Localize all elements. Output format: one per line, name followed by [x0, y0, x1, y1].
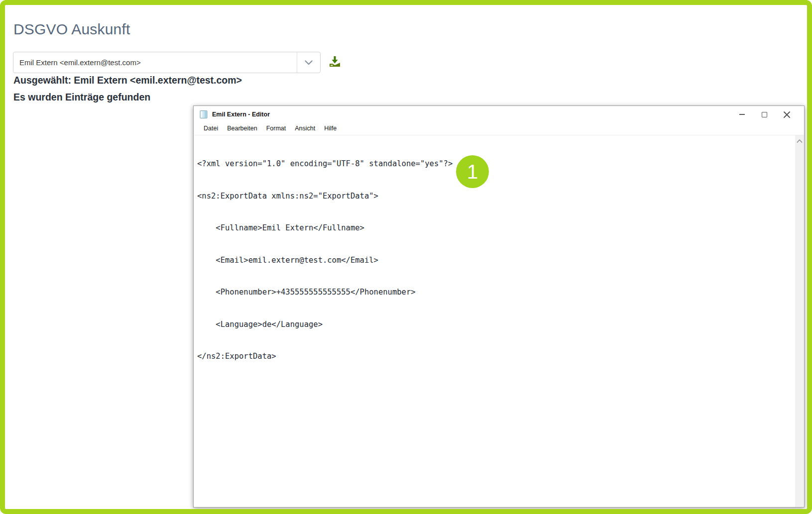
- menu-hilfe[interactable]: Hilfe: [320, 123, 341, 134]
- close-button[interactable]: [776, 107, 798, 122]
- dsgvo-auskunft-page: DSGVO Auskunft Emil Extern <emil.extern@…: [0, 0, 812, 514]
- chevron-up-icon: [797, 139, 803, 143]
- xml-line: <Phonenumber>+435555555555555</Phonenumb…: [197, 287, 795, 298]
- xml-line: <Fullname>Emil Extern</Fullname>: [197, 223, 795, 234]
- download-icon: [328, 55, 342, 68]
- xml-line: <Language>de</Language>: [197, 319, 795, 330]
- annotation-badge-1: 1: [456, 155, 489, 188]
- editor-menubar: Datei Bearbeiten Format Ansicht Hilfe: [194, 123, 804, 135]
- menu-format[interactable]: Format: [262, 123, 291, 134]
- page-title: DSGVO Auskunft: [13, 21, 130, 38]
- person-select-value: Emil Extern <emil.extern@test.com>: [13, 58, 297, 67]
- window-controls: [731, 107, 798, 122]
- chevron-down-icon[interactable]: [297, 52, 320, 73]
- editor-window-title: Emil Extern - Editor: [212, 111, 731, 118]
- person-select[interactable]: Emil Extern <emil.extern@test.com>: [13, 52, 321, 73]
- xml-text-area[interactable]: <?xml version="1.0" encoding="UTF-8" sta…: [194, 135, 795, 507]
- editor-titlebar[interactable]: Emil Extern - Editor: [194, 106, 804, 123]
- minimize-button[interactable]: [731, 107, 753, 122]
- scroll-up-button[interactable]: [795, 139, 804, 146]
- maximize-icon: [762, 112, 767, 117]
- maximize-button[interactable]: [753, 107, 776, 122]
- entries-found-text: Es wurden Einträge gefunden: [13, 92, 150, 103]
- vertical-scrollbar[interactable]: [795, 135, 804, 507]
- annotation-badge-label: 1: [467, 161, 478, 183]
- notepad-editor-window: Emil Extern - Editor Datei Bearbeiten Fo…: [193, 105, 805, 508]
- notepad-icon: [199, 110, 208, 119]
- minimize-icon: [739, 114, 745, 115]
- download-button[interactable]: [327, 53, 343, 69]
- editor-body: <?xml version="1.0" encoding="UTF-8" sta…: [194, 135, 804, 507]
- menu-ansicht[interactable]: Ansicht: [290, 123, 320, 134]
- menu-bearbeiten[interactable]: Bearbeiten: [223, 123, 261, 134]
- selected-person-text: Ausgewählt: Emil Extern <emil.extern@tes…: [13, 75, 242, 86]
- close-icon: [784, 111, 790, 118]
- xml-line: <?xml version="1.0" encoding="UTF-8" sta…: [197, 159, 795, 170]
- xml-line: <Email>emil.extern@test.com</Email>: [197, 255, 795, 266]
- xml-line: </ns2:ExportData>: [197, 351, 795, 362]
- menu-datei[interactable]: Datei: [199, 123, 223, 134]
- xml-line: <ns2:ExportData xmlns:ns2="ExportData">: [197, 191, 795, 202]
